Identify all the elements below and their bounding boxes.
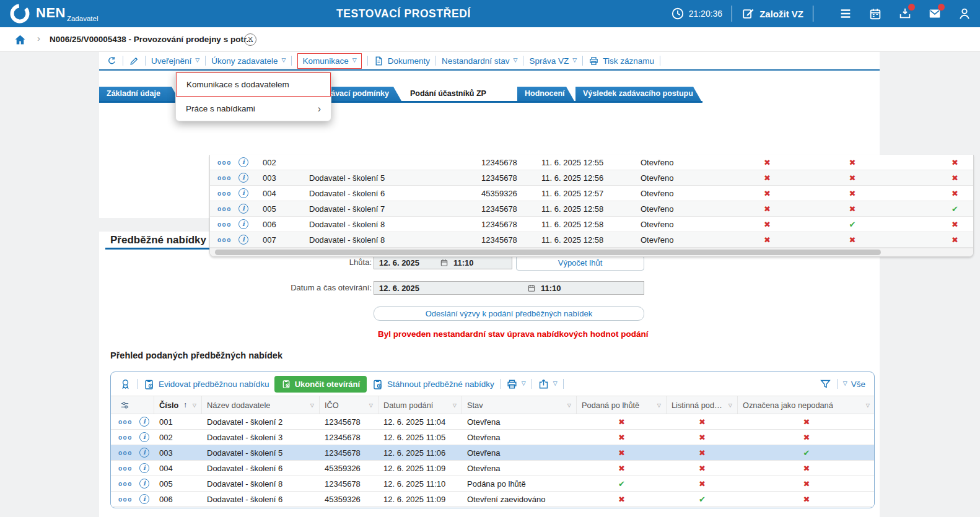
stahnout-nabidky-button[interactable]: Stáhnout předběžné nabídky: [372, 378, 494, 390]
evidovat-nabidku-button[interactable]: Evidovat předběžnou nabídku: [143, 378, 269, 390]
info-icon[interactable]: i: [139, 494, 149, 504]
toolbar-item-nestandardn-stav[interactable]: Nestandardní stav▽: [442, 56, 517, 66]
column-header-stav[interactable]: Stav▽: [462, 396, 577, 414]
column-header-datum-pod-n-[interactable]: Datum podání▽: [378, 396, 462, 414]
info-icon[interactable]: i: [238, 188, 248, 198]
filter-chevron-icon[interactable]: ▽: [728, 402, 732, 408]
award-button[interactable]: [120, 378, 131, 390]
row-menu-icon[interactable]: ooo: [118, 450, 133, 456]
inbox-button[interactable]: [898, 7, 912, 20]
info-icon[interactable]: i: [139, 432, 149, 442]
main-menu-button[interactable]: [839, 7, 852, 20]
info-icon[interactable]: i: [238, 173, 248, 183]
scrollbar-thumb[interactable]: [215, 250, 881, 255]
info-icon[interactable]: i: [139, 417, 149, 427]
toolbar-item-uve-ejn-n-[interactable]: Uveřejnění▽: [151, 56, 199, 66]
odeslani-vyzvy-button[interactable]: Odeslání výzvy k podání předběžných nabí…: [374, 306, 644, 321]
toolbar-item-label: Dokumenty: [388, 56, 430, 66]
info-icon[interactable]: i: [238, 157, 248, 167]
row-menu-icon[interactable]: ooo: [118, 434, 133, 441]
menu-item-komunikace-s-dodavatelem[interactable]: Komunikace s dodavatelem: [176, 72, 331, 97]
toolbar-item-tisk-z-znamu[interactable]: Tisk záznamu: [588, 56, 654, 66]
row-menu-icon[interactable]: ooo: [217, 159, 232, 166]
ukoncit-oteviran-button[interactable]: Ukončit otevírání: [274, 376, 367, 393]
table-row[interactable]: oooi007Dodavatel - školení 81234567811. …: [210, 232, 973, 248]
tab-v-sledek-zad-vac-ho-postupu[interactable]: Výsledek zadávacího postupu: [575, 87, 701, 101]
menu-item-prace-s-nabidkami[interactable]: Práce s nabídkami ›: [176, 97, 331, 121]
info-icon[interactable]: i: [238, 204, 248, 214]
table-row[interactable]: oooi004Dodavatel - školení 64535932611. …: [210, 186, 973, 201]
refresh-button[interactable]: [107, 56, 117, 66]
row-menu-icon[interactable]: ooo: [217, 206, 232, 212]
row-menu-icon[interactable]: ooo: [118, 419, 133, 425]
tab-hodnocen-[interactable]: Hodnocení: [517, 87, 574, 101]
table-row[interactable]: oooi004Dodavatel - školení 64535932612. …: [111, 461, 874, 476]
column-header-n-zev-dodavatele[interactable]: Název dodavatele▽: [202, 396, 320, 414]
table-row[interactable]: oooi006Dodavatel - školení 64535932612. …: [111, 492, 874, 507]
row-menu-icon[interactable]: ooo: [217, 221, 232, 228]
row-menu-icon[interactable]: ooo: [217, 190, 232, 197]
close-record-icon[interactable]: ✕: [244, 33, 256, 46]
create-vz-button[interactable]: Založit VZ: [742, 7, 803, 20]
info-icon[interactable]: i: [139, 448, 149, 458]
calendar-icon[interactable]: [527, 284, 536, 292]
filter-chevron-icon[interactable]: ▽: [453, 402, 457, 408]
messages-button[interactable]: [928, 7, 942, 20]
lhuta-time-value[interactable]: 11:10: [448, 258, 474, 267]
filter-chevron-icon[interactable]: ▽: [866, 402, 870, 408]
table-row[interactable]: oooi003Dodavatel - školení 51234567812. …: [111, 445, 874, 461]
table-row[interactable]: oooi005Dodavatel - školení 71234567811. …: [210, 201, 973, 217]
calendar-icon[interactable]: [440, 258, 448, 267]
calendar-button[interactable]: [868, 7, 882, 20]
table-row[interactable]: oooi002Dodavatel - školení 31234567812. …: [111, 430, 874, 445]
column-header-ozna-ena-jako-nepodan-[interactable]: Označena jako nepodaná▽: [738, 396, 875, 414]
table-row[interactable]: oooi005Dodavatel - školení 81234567812. …: [111, 476, 874, 492]
lhuta-input[interactable]: 12. 6. 2025 11:10: [374, 256, 512, 269]
datum-date-value[interactable]: 12. 6. 2025: [374, 284, 527, 293]
column-header-listinn-podoba[interactable]: Listinná podoba▽: [667, 396, 738, 414]
datum-oteviran-input[interactable]: 12. 6. 2025 11:10: [374, 281, 644, 295]
nen-logo[interactable]: NEN Zadavatel: [9, 2, 98, 25]
row-menu-icon[interactable]: ooo: [118, 465, 133, 472]
filter-chevron-icon[interactable]: ▽: [193, 402, 196, 408]
table-row[interactable]: oooi001Dodavatel - školení 21234567812. …: [111, 414, 874, 430]
toolbar-item-komunikace[interactable]: Komunikace▽: [297, 53, 361, 69]
print-button[interactable]: ▽: [506, 378, 526, 390]
column-chooser-button[interactable]: [111, 396, 154, 414]
column-header-podan-po-lh-t-[interactable]: Podaná po lhůtě▽: [577, 396, 667, 414]
row-menu-icon[interactable]: ooo: [217, 175, 232, 181]
lhuta-date-value[interactable]: 12. 6. 2025: [374, 258, 440, 267]
filter-chevron-icon[interactable]: ▽: [657, 402, 661, 408]
edit-record-button[interactable]: [129, 56, 139, 66]
row-menu-icon[interactable]: ooo: [118, 480, 133, 487]
row-menu-icon[interactable]: ooo: [118, 496, 133, 503]
row-menu-icon[interactable]: ooo: [217, 237, 232, 243]
table-row[interactable]: oooi003Dodavatel - školení 51234567811. …: [210, 170, 973, 186]
toolbar-item--kony-zadavatele[interactable]: Úkony zadavatele▽: [211, 56, 286, 66]
filter-chevron-icon[interactable]: ▽: [310, 402, 314, 408]
vypocet-lhut-button[interactable]: Výpočet lhůt: [516, 256, 644, 271]
breadcrumb-item[interactable]: N006/25/V00005438 - Provozování prodejny…: [50, 35, 253, 44]
view-all-selector[interactable]: ▽ Vše: [843, 380, 865, 389]
info-icon[interactable]: i: [238, 219, 248, 229]
filter-chevron-icon[interactable]: ▽: [369, 402, 373, 408]
info-icon[interactable]: i: [139, 479, 149, 489]
filter-chevron-icon[interactable]: ▽: [567, 402, 571, 408]
info-icon[interactable]: i: [139, 463, 149, 473]
datum-time-value[interactable]: 11:10: [536, 284, 561, 293]
toolbar-item-dokumenty[interactable]: Dokumenty: [374, 56, 430, 66]
column-header--slo[interactable]: Číslo↑▽: [154, 396, 202, 414]
export-button[interactable]: ▽: [538, 378, 558, 390]
tab-pod-n-astn-k-zp[interactable]: Podání účastníků ZP: [403, 87, 516, 101]
table-row[interactable]: oooi0021234567811. 6. 2025 12:55Otevřeno…: [210, 155, 973, 170]
toolbar-item-spr-va-vz[interactable]: Správa VZ▽: [529, 56, 577, 66]
table-row[interactable]: oooi006Dodavatel - školení 81234567811. …: [210, 217, 973, 232]
home-icon[interactable]: [14, 33, 27, 46]
tab-z-kladn-daje[interactable]: Základní údaje: [99, 87, 180, 101]
horizontal-scrollbar[interactable]: [210, 248, 973, 256]
column-label: Datum podání: [383, 401, 433, 410]
info-icon[interactable]: i: [238, 235, 248, 245]
column-header-i-o[interactable]: IČO▽: [320, 396, 378, 414]
filter-button[interactable]: [820, 378, 831, 390]
user-profile-button[interactable]: [958, 7, 971, 20]
